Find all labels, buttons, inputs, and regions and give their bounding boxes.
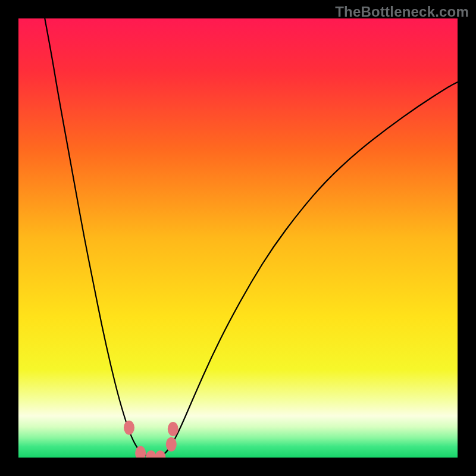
plot-area xyxy=(18,18,458,458)
data-marker xyxy=(166,437,177,452)
bottleneck-chart-svg xyxy=(18,18,458,458)
chart-frame: TheBottleneck.com xyxy=(0,0,476,476)
watermark-text: TheBottleneck.com xyxy=(335,4,469,20)
data-marker xyxy=(168,422,178,436)
data-marker xyxy=(124,421,134,435)
